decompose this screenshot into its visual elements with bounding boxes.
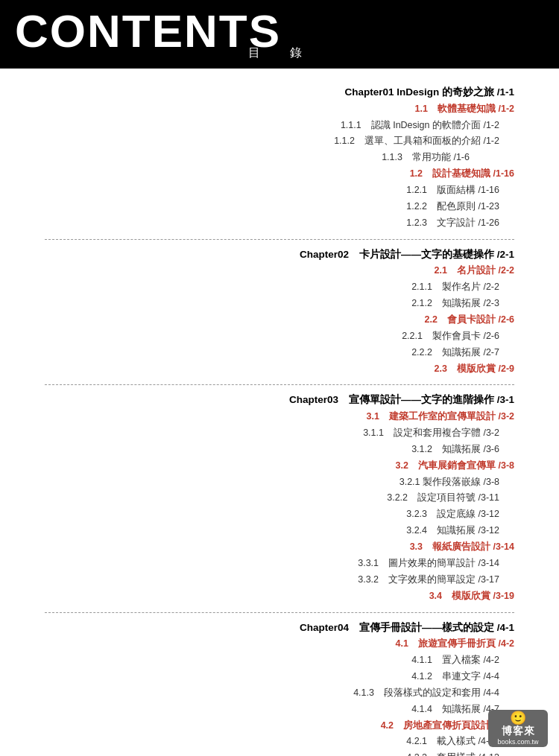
- toc-row: 3.2.1 製作段落嵌線 /3-8: [45, 474, 514, 491]
- toc-row: 1.1.2 選單、工具箱和面板的介紹 /1-2: [45, 133, 514, 150]
- header-title: CONTENTS: [15, 8, 281, 54]
- toc-row: 2.2 會員卡設計 /2-6: [45, 312, 514, 328]
- toc-row: 3.2.3 設定底線 /3-12: [45, 506, 514, 523]
- toc-row: 3.3.1 圖片效果的簡單設計 /3-14: [45, 556, 514, 572]
- toc-row: 1.1 軟體基礎知識 /1-2: [45, 101, 514, 118]
- toc-row: 2.3 模版欣賞 /2-9: [45, 361, 514, 378]
- chapter-divider: [45, 384, 514, 385]
- toc-row: 3.2.2 設定項目符號 /3-11: [45, 490, 514, 506]
- toc-row: 4.1.1 置入檔案 /4-2: [45, 652, 514, 669]
- logo-brand: 博客來: [502, 725, 535, 738]
- toc-row: 3.3 報紙廣告設計 /3-14: [45, 539, 514, 556]
- chapter-block: Chapter03 宣傳單設計——文字的進階操作 /3-13.1 建築工作室的宣…: [45, 391, 514, 604]
- toc-row: 2.1 名片設計 /2-2: [45, 263, 514, 279]
- toc-row: 4.1.2 串連文字 /4-4: [45, 669, 514, 685]
- chapter-block: Chapter02 卡片設計——文字的基礎操作 /2-12.1 名片設計 /2-…: [45, 246, 514, 378]
- toc-row: 2.2.2 知識拓展 /2-7: [45, 345, 514, 361]
- toc-row: 4.2 房地產宣傳折頁設計 /4-12: [45, 718, 514, 734]
- toc-row: 3.3.2 文字效果的簡單設定 /3-17: [45, 572, 514, 588]
- toc-row: 3.4 模版欣賞 /3-19: [45, 588, 514, 605]
- header-subtitle: 目 錄: [248, 45, 311, 61]
- toc-row: 4.1 旅遊宣傳手冊折頁 /4-2: [45, 636, 514, 652]
- chapter-divider: [45, 612, 514, 613]
- toc-content: Chapter01 InDesign 的奇妙之旅 /1-11.1 軟體基礎知識 …: [0, 69, 559, 756]
- toc-row: 2.1.1 製作名片 /2-2: [45, 279, 514, 296]
- chapter-title: Chapter02 卡片設計——文字的基礎操作 /2-1: [45, 246, 514, 264]
- chapter-title: Chapter04 宣傳手冊設計——樣式的設定 /4-1: [45, 619, 514, 637]
- chapter-block: Chapter01 InDesign 的奇妙之旅 /1-11.1 軟體基礎知識 …: [45, 83, 514, 232]
- toc-row: 3.2.4 知識拓展 /3-12: [45, 523, 514, 539]
- publisher-logo: 🙂 博客來 books.com.tw: [488, 710, 548, 747]
- toc-row: 1.2.2 配色原則 /1-23: [45, 199, 514, 215]
- chapter-title: Chapter03 宣傳單設計——文字的進階操作 /3-1: [45, 391, 514, 409]
- toc-row: 1.1.1 認識 InDesign 的軟體介面 /1-2: [45, 118, 514, 134]
- header: CONTENTS 目 錄: [0, 0, 559, 69]
- toc-row: 4.1.4 知識拓展 /4-7: [45, 702, 514, 718]
- chapter-title: Chapter01 InDesign 的奇妙之旅 /1-1: [45, 83, 514, 101]
- toc-row: 3.1.2 知識拓展 /3-6: [45, 442, 514, 458]
- logo-url: books.com.tw: [497, 738, 538, 746]
- toc-row: 2.1.2 知識拓展 /2-3: [45, 296, 514, 312]
- toc-row: 1.1.3 常用功能 /1-6: [45, 150, 514, 166]
- toc-row: 3.2 汽車展銷會宣傳單 /3-8: [45, 458, 514, 474]
- toc-row: 1.2.1 版面結構 /1-16: [45, 182, 514, 199]
- toc-row: 3.1.1 設定和套用複合字體 /3-2: [45, 425, 514, 442]
- toc-row: 4.1.3 段落樣式的設定和套用 /4-4: [45, 685, 514, 702]
- toc-row: 4.2.2 套用樣式 /4-13: [45, 750, 514, 756]
- toc-row: 1.2.3 文字設計 /1-26: [45, 215, 514, 232]
- toc-row: 4.2.1 載入樣式 /4-13: [45, 734, 514, 750]
- toc-row: 2.2.1 製作會員卡 /2-6: [45, 328, 514, 345]
- logo-smile-icon: 🙂: [510, 711, 526, 725]
- chapter-divider: [45, 239, 514, 240]
- toc-row: 1.2 設計基礎知識 /1-16: [45, 166, 514, 182]
- toc-row: 3.1 建築工作室的宣傳單設計 /3-2: [45, 409, 514, 425]
- chapter-block: Chapter04 宣傳手冊設計——樣式的設定 /4-14.1 旅遊宣傳手冊折頁…: [45, 619, 514, 757]
